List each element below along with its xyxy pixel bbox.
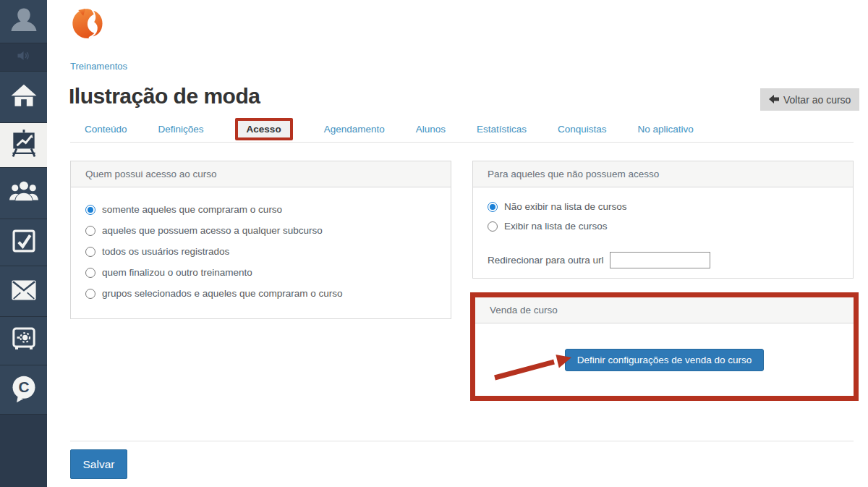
access-option-label: todos os usuários registrados [102,246,229,257]
squirrel-logo[interactable] [69,7,106,41]
access-option-finalizou[interactable]: quem finalizou o outro treinamento [85,266,436,279]
save-button[interactable]: Salvar [70,449,127,479]
noaccess-option-nao-exibir[interactable]: Não exibir na lista de cursos [488,200,838,213]
access-panel-title: Quem possui acesso ao curso [71,161,451,187]
chat-bubble-c-icon: C [9,374,38,406]
access-option-grupos[interactable]: grupos selecionados e aqueles que compra… [85,287,436,300]
radio-checked-icon[interactable] [488,202,498,212]
tab-no-aplicativo[interactable]: No aplicativo [638,124,694,135]
page-title: Ilustração de moda [69,84,260,109]
home-icon [9,81,38,113]
tab-alunos[interactable]: Alunos [416,124,446,135]
tab-estatisticas[interactable]: Estatísticas [477,124,527,135]
tab-conteudo[interactable]: Conteúdo [85,124,127,135]
safe-icon [9,325,38,357]
sidebar-item-users[interactable] [0,168,47,219]
envelope-icon [10,279,38,304]
sidebar-filler [0,415,47,487]
radio-unchecked-icon[interactable] [488,221,498,232]
access-option-registrados[interactable]: todos os usuários registrados [85,245,436,258]
sidebar-item-courses-active[interactable] [0,123,47,168]
sidebar: C [0,0,47,487]
access-option-label: aqueles que possuem acesso a qualquer su… [102,225,323,236]
access-option-label: grupos selecionados e aqueles que compra… [102,288,342,299]
define-sale-settings-button[interactable]: Definir configurações de venda do curso [565,349,765,371]
access-panel: Quem possui acesso ao curso somente aque… [70,161,451,319]
bottom-divider [70,441,854,441]
access-option-subcurso[interactable]: aqueles que possuem acesso a qualquer su… [85,224,436,237]
access-option-label: somente aqueles que compraram o curso [102,204,282,215]
noaccess-option-label: Exibir na lista de cursos [504,221,608,232]
sidebar-item-announcements[interactable] [0,43,47,72]
checkbox-icon [10,227,38,258]
tab-agendamento[interactable]: Agendamento [324,124,385,135]
people-group-icon [9,177,39,210]
sidebar-item-messages[interactable] [0,266,47,317]
access-option-compraram[interactable]: somente aqueles que compraram o curso [85,203,436,216]
tab-conquistas[interactable]: Conquistas [558,124,607,135]
access-option-label: quem finalizou o outro treinamento [102,267,252,278]
noaccess-option-exibir[interactable]: Exibir na lista de cursos [488,219,838,233]
redirect-url-input[interactable] [610,252,710,268]
arrow-left-icon [769,94,779,106]
sidebar-item-tasks[interactable] [0,219,47,266]
no-access-panel: Para aqueles que não possuem acesso Não … [472,161,854,279]
course-tabs: Conteúdo Definições Acesso Agendamento A… [70,116,854,143]
annotation-box-venda: Venda de curso Definir configurações de … [470,292,859,401]
no-access-panel-title: Para aqueles que não possuem acesso [473,161,853,187]
svg-text:C: C [18,378,29,395]
breadcrumb-treinamentos[interactable]: Treinamentos [70,61,127,72]
radio-unchecked-icon[interactable] [85,289,95,299]
back-to-course-label: Voltar ao curso [783,94,851,106]
back-to-course-button[interactable]: Voltar ao curso [760,88,859,111]
radio-checked-icon[interactable] [85,205,95,215]
sale-panel-title: Venda de curso [475,297,854,323]
sidebar-item-profile[interactable] [0,0,47,43]
radio-unchecked-icon[interactable] [85,247,95,257]
redirect-url-label: Redirecionar para outra url [488,255,604,266]
tab-acesso-active[interactable]: Acesso [235,118,293,140]
easel-chart-icon [8,128,40,163]
speaker-icon [15,47,33,67]
tab-definicoes[interactable]: Definições [158,124,204,135]
sidebar-item-vault[interactable] [0,317,47,365]
radio-unchecked-icon[interactable] [85,268,95,278]
radio-unchecked-icon[interactable] [85,226,95,236]
person-avatar-icon [9,5,39,38]
sidebar-item-chat[interactable]: C [0,365,47,415]
sale-panel: Venda de curso Definir configurações de … [475,297,854,396]
noaccess-option-label: Não exibir na lista de cursos [504,201,627,212]
sidebar-item-home[interactable] [0,72,47,123]
